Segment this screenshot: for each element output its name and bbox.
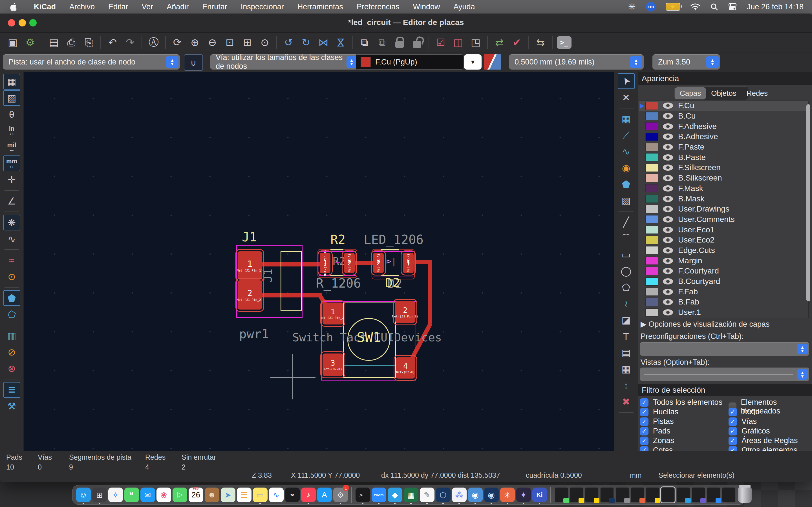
dock-notes[interactable]: ▭ [253,486,267,504]
control-center-icon[interactable] [728,3,737,11]
dock-freeform-app[interactable]: ⁂ [452,486,467,504]
views-dropdown[interactable]: ▲▼ [640,368,809,381]
r2-value[interactable]: R_1206 [316,276,361,290]
unlock-button[interactable] [410,35,424,50]
layer-row-userdrawings[interactable]: User.Drawings [639,204,808,214]
layer-row-fpaste[interactable]: F.Paste [639,142,808,152]
tune-length-button[interactable]: ∿ [618,144,635,159]
layer-row-usereco1[interactable]: User.Eco1 [639,224,808,235]
image-tool-button[interactable]: ◪ [618,312,635,328]
minimized-window[interactable] [631,487,644,503]
layer-row-fmask[interactable]: F.Mask [639,183,808,194]
scripting-console-button[interactable]: >_ [557,35,571,50]
holes-crossed-button[interactable]: ⊗ [3,360,20,376]
delete-tool-button[interactable]: ✖ [618,394,635,409]
library-browser-button[interactable]: ◫ [451,35,465,50]
zone-tool-button[interactable]: ⬟ [618,176,635,192]
minimized-window[interactable] [676,487,690,503]
menu-archivo[interactable]: Archivo [63,3,101,11]
dock-kicad[interactable]: Ki [532,486,547,504]
sketch-lines-button[interactable]: ∠ [3,193,20,209]
flip-vertical-button[interactable]: ⋈ [334,35,348,50]
track-width-dropdown[interactable]: Pista: usar el ancho de clase de nodo ▲▼ [3,54,180,69]
filter-zonas[interactable]: ✓Zonas [640,436,674,445]
tab-objetos[interactable]: Objetos [706,87,742,100]
dock-settings[interactable]: ⚙1 [333,486,348,504]
tab-redes[interactable]: Redes [742,87,773,100]
table-tool-button[interactable]: ▦ [618,361,635,377]
board-setup-button[interactable]: ⚙ [23,35,38,50]
menubar-clock[interactable]: Jue 26 feb 14:18 [747,3,804,11]
j1-pad-2[interactable]: 2Net-(J1-Pin_2) [238,280,262,309]
layer-dropdown-button[interactable]: ▾ [464,54,481,69]
rect-tool-button[interactable]: ▭ [618,247,635,263]
filter-areas[interactable]: ✓Áreas de Reglas [728,436,798,445]
layer-list-scrollbar[interactable] [806,104,810,301]
line-tool-button[interactable]: ╱ [618,214,635,230]
sw1-reference[interactable]: SW1 [357,329,381,345]
battery-icon[interactable]: ⚡ [666,3,680,11]
sw1-pad-4[interactable]: 4Net-(D2-K) [396,357,415,379]
polygon-tool-button[interactable]: ⬠ [618,279,635,295]
layer-row-ffab[interactable]: F.Fab [639,286,808,297]
menu-editar[interactable]: Editar [101,3,135,11]
textbox-tool-button[interactable]: ▤ [618,345,635,360]
trash-icon[interactable] [738,487,752,503]
drc-button[interactable]: ✔ [509,35,524,50]
zoom-menubar-icon[interactable]: zm [646,2,656,11]
r2-pad-1[interactable]: 1Net-(J1-Pin_1) [320,252,331,273]
sw1-pad-1[interactable]: 1Net-(J1-Pin_2) [322,302,343,325]
grid-size-dropdown[interactable]: 0.5000 mm (19.69 mils) ▲▼ [509,54,644,69]
layer-display-options[interactable]: ▶ Opciones de visualización de capas [641,320,770,329]
layer-row-edgecuts[interactable]: Edge.Cuts [639,245,808,256]
menu-ayuda[interactable]: Ayuda [447,3,481,11]
flip-horizontal-button[interactable]: ⋈ [316,35,331,50]
minimized-window[interactable] [600,487,614,503]
minimized-window[interactable] [615,487,629,503]
grid-stepper[interactable]: ▲▼ [630,56,642,68]
dock-stocks[interactable]: ∿ [269,486,284,504]
rotate-cw-button[interactable]: ↻ [299,35,313,50]
polar-coords-button[interactable]: θ [3,107,20,122]
layer-row-fadhesive[interactable]: F.Adhesive [639,121,808,131]
layer-row-fcu[interactable]: ▶F.Cu [639,101,808,111]
zones-outline-button[interactable]: ⬠ [3,306,20,322]
zoom-fit-objects-button[interactable]: ⊞ [240,35,255,50]
via-size-dropdown[interactable]: Vía: utilizar los tamaños de las clases … [210,54,358,69]
filter-graficos[interactable]: ✓Gráficos [728,427,770,436]
layer-row-bfab[interactable]: B.Fab [639,297,808,307]
high-contrast-button[interactable]: ≣ [3,382,20,398]
filter-vias[interactable]: ✓Vías [728,417,757,426]
bezier-tool-button[interactable]: ≀ [618,296,635,312]
lock-button[interactable] [392,35,407,50]
interactive-tools-button[interactable]: ⚒ [3,398,20,414]
viewer-3d-button[interactable]: ◳ [468,35,483,50]
route-tracks-button[interactable]: ⟋ [618,127,635,143]
j1-reference[interactable]: J1 [242,230,257,244]
dock-terminal[interactable]: >_ [356,486,370,504]
layer-row-badhesive[interactable]: B.Adhesive [639,131,808,142]
dock-contacts[interactable]: ☻ [205,486,219,504]
layer-row-usercomments[interactable]: User.Comments [639,214,808,225]
plot-button[interactable]: ⎘ [82,35,96,50]
dock-zoom-app[interactable]: zoom [371,486,386,504]
pads-sketch-button[interactable]: ▥ [3,328,20,344]
menu-ver[interactable]: Ver [135,3,160,11]
minimized-window[interactable] [661,487,675,503]
minimized-window[interactable] [570,487,583,503]
j1-pad-1[interactable]: 1Net-(J1-Pin_1) [238,251,262,280]
menu-preferencias[interactable]: Preferencias [350,3,406,11]
arc-tool-button[interactable]: ⌒ [618,230,635,246]
presets-dropdown[interactable]: ▲▼ [640,342,809,356]
units-mil-button[interactable]: mil↔ [3,139,20,155]
dock-facetime[interactable]: ⌲ [172,486,187,504]
filter-pads[interactable]: ✓Pads [640,427,670,436]
menu-kicad[interactable]: KiCad [27,3,63,11]
redo-button[interactable]: ↷ [123,35,137,50]
save-button[interactable]: ▣ [5,35,20,50]
active-layer-selector[interactable]: F.Cu (PgUp) [356,54,463,69]
sw1-pad-2[interactable]: 2Net-(J1-Pin_2) [395,301,415,323]
via-size-stepper[interactable]: ▲▼ [347,56,357,68]
d2-pad-1[interactable]: 1Net-(D2-K) [403,252,414,273]
window-titlebar[interactable]: *led_circuit — Editor de placas [0,13,812,33]
